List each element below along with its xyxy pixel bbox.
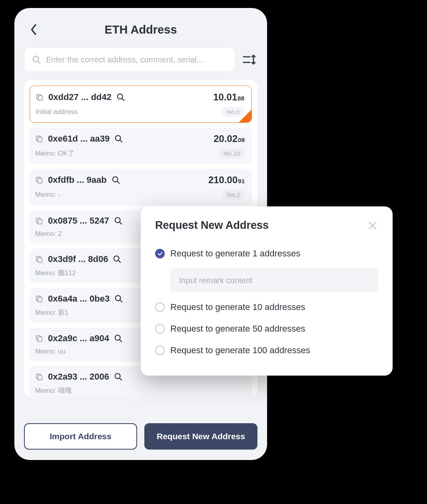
- address-text: 0x0875 ... 5247: [48, 216, 109, 226]
- memo-label: Memo: 新1: [35, 308, 68, 317]
- search-row: [14, 42, 267, 80]
- request-new-address-modal: Request New Address Request to generate …: [141, 206, 393, 376]
- magnifier-icon[interactable]: [114, 134, 123, 143]
- address-text: 0xe61d ... aa39: [48, 134, 110, 144]
- search-box[interactable]: [24, 47, 235, 72]
- serial-badge: No.10: [219, 148, 245, 158]
- magnifier-icon[interactable]: [116, 93, 125, 102]
- copy-icon[interactable]: [35, 255, 43, 263]
- address-text: 0xdd27 ... dd42: [48, 92, 112, 102]
- address-text: 0x2a9c ... a904: [48, 333, 109, 344]
- sort-icon: [243, 54, 256, 66]
- address-item[interactable]: 0xfdfb ... 9aab210.0091Memo: -No.2: [30, 169, 252, 205]
- address-item[interactable]: 0xe61d ... aa3920.0208Memo: OK了No.10: [30, 128, 252, 164]
- chevron-left-icon: [30, 24, 38, 35]
- svg-rect-29: [38, 337, 42, 342]
- svg-line-35: [120, 378, 122, 380]
- request-new-address-button[interactable]: Request New Address: [144, 423, 257, 450]
- balance-sub: 91: [238, 178, 245, 184]
- magnifier-icon[interactable]: [114, 372, 123, 381]
- memo-label: Memo: 2: [35, 230, 62, 238]
- svg-rect-33: [38, 375, 42, 380]
- radio-unchecked-icon[interactable]: [155, 346, 165, 355]
- magnifier-icon[interactable]: [112, 176, 120, 184]
- option-label: Request to generate 1 addresses: [170, 248, 300, 259]
- address-text: 0x2a93 ... 2006: [48, 372, 109, 382]
- address-item-top: 0xfdfb ... 9aab210.0091: [35, 174, 245, 186]
- close-button[interactable]: [367, 220, 378, 231]
- search-icon: [32, 55, 41, 64]
- balance-main: 20.02: [214, 133, 237, 144]
- address-text: 0x6a4a ... 0be3: [48, 294, 110, 304]
- radio-unchecked-icon[interactable]: [155, 324, 165, 334]
- modal-header: Request New Address: [155, 219, 378, 232]
- svg-rect-5: [38, 96, 42, 100]
- memo-label: Memo: uu: [35, 348, 66, 356]
- memo-label: Memo: 哦哦: [35, 386, 72, 395]
- magnifier-icon[interactable]: [114, 216, 123, 225]
- close-icon: [367, 220, 378, 231]
- copy-icon[interactable]: [35, 295, 43, 303]
- svg-rect-17: [38, 219, 42, 224]
- svg-line-15: [117, 181, 119, 183]
- balance: 20.0208: [214, 133, 245, 144]
- option-label: Request to generate 100 addresses: [170, 345, 310, 356]
- memo-label: Memo: -: [35, 191, 60, 199]
- balance: 10.0188: [213, 92, 244, 103]
- back-button[interactable]: [26, 22, 41, 37]
- magnifier-icon[interactable]: [114, 334, 123, 343]
- modal-title: Request New Address: [155, 219, 269, 232]
- generate-option[interactable]: Request to generate 10 addresses: [155, 296, 378, 318]
- svg-rect-9: [38, 137, 42, 142]
- serial-badge: No.0: [222, 107, 244, 117]
- memo-label: Memo: OK了: [35, 149, 74, 158]
- address-item-bottom: Initial addressNo.0: [36, 107, 244, 117]
- footer: Import Address Request New Address: [24, 423, 257, 450]
- sort-button[interactable]: [241, 52, 257, 68]
- address-item-top: 0xdd27 ... dd4210.0188: [36, 92, 244, 103]
- balance: 210.0091: [208, 174, 245, 186]
- svg-rect-21: [38, 258, 42, 262]
- address-item-top: 0xe61d ... aa3920.0208: [35, 133, 245, 144]
- copy-icon[interactable]: [36, 93, 44, 101]
- copy-icon[interactable]: [35, 217, 43, 225]
- import-address-button[interactable]: Import Address: [24, 423, 137, 450]
- option-label: Request to generate 50 addresses: [170, 324, 305, 334]
- svg-line-19: [120, 222, 122, 224]
- radio-checked-icon[interactable]: [155, 249, 165, 258]
- copy-icon[interactable]: [35, 135, 43, 143]
- address-text: 0x3d9f ... 8d06: [48, 254, 108, 264]
- copy-icon[interactable]: [35, 373, 43, 381]
- remark-input[interactable]: [170, 268, 378, 292]
- page-title: ETH Address: [104, 23, 177, 36]
- memo-label: Initial address: [36, 108, 78, 116]
- svg-line-23: [119, 260, 121, 262]
- memo-label: Memo: 圈112: [35, 268, 76, 278]
- svg-line-31: [120, 340, 122, 342]
- svg-line-7: [122, 98, 124, 100]
- search-input[interactable]: [46, 55, 227, 64]
- svg-line-27: [120, 300, 122, 302]
- svg-line-1: [38, 61, 40, 63]
- copy-icon[interactable]: [35, 176, 43, 184]
- magnifier-icon[interactable]: [114, 294, 123, 303]
- copy-icon[interactable]: [35, 334, 43, 342]
- svg-rect-13: [38, 178, 42, 183]
- header: ETH Address: [14, 17, 267, 42]
- balance-main: 10.01: [213, 92, 237, 103]
- address-item[interactable]: 0xdd27 ... dd4210.0188Initial addressNo.…: [30, 86, 252, 123]
- address-item-bottom: Memo: OK了No.10: [35, 148, 245, 158]
- generate-option[interactable]: Request to generate 1 addresses: [155, 243, 378, 264]
- address-item-bottom: Memo: -No.2: [35, 190, 245, 200]
- svg-rect-25: [38, 297, 42, 302]
- generate-option[interactable]: Request to generate 100 addresses: [155, 340, 378, 361]
- address-item-bottom: Memo: 哦哦: [35, 386, 245, 395]
- radio-unchecked-icon[interactable]: [155, 302, 165, 312]
- serial-badge: No.2: [222, 190, 245, 200]
- balance-sub: 08: [238, 136, 245, 143]
- balance-main: 210.00: [208, 174, 237, 186]
- option-label: Request to generate 10 addresses: [170, 302, 305, 312]
- balance-sub: 88: [237, 95, 244, 102]
- generate-option[interactable]: Request to generate 50 addresses: [155, 318, 378, 340]
- magnifier-icon[interactable]: [113, 255, 122, 264]
